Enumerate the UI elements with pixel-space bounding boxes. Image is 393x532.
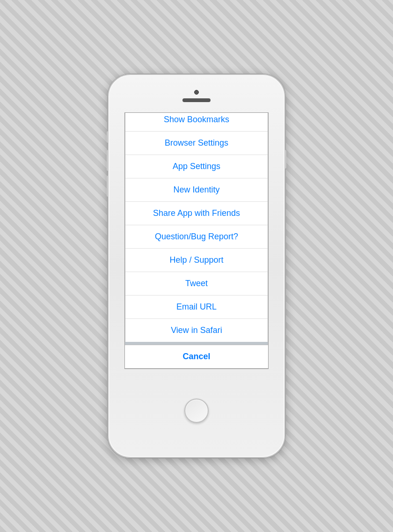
- phone-body: 15:00 100% hrs. 54 mins and choose Two-D…: [108, 74, 285, 458]
- menu-item-browser-settings[interactable]: Browser Settings: [125, 132, 268, 155]
- phone-bottom: [184, 369, 209, 457]
- cancel-button[interactable]: Cancel: [125, 345, 268, 368]
- menu-item-bug-report[interactable]: Question/Bug Report?: [125, 225, 268, 249]
- menu-item-view-safari[interactable]: View in Safari: [125, 319, 268, 342]
- volume-down-button[interactable]: [107, 176, 109, 197]
- volume-up-button[interactable]: [107, 150, 109, 171]
- action-sheet-menu: Bookmark Current Page Show Bookmarks Bro…: [125, 112, 268, 342]
- mute-button[interactable]: [107, 131, 109, 143]
- menu-item-share-app[interactable]: Share App with Friends: [125, 202, 268, 225]
- menu-item-show-bookmarks[interactable]: Show Bookmarks: [125, 112, 268, 132]
- action-sheet-overlay: Bookmark Current Page Show Bookmarks Bro…: [125, 113, 268, 369]
- phone-top: [109, 75, 284, 112]
- power-button[interactable]: [284, 150, 286, 169]
- action-sheet-cancel: Cancel: [125, 345, 268, 369]
- phone-screen: 15:00 100% hrs. 54 mins and choose Two-D…: [124, 112, 269, 369]
- menu-item-help-support[interactable]: Help / Support: [125, 249, 268, 272]
- home-button[interactable]: [184, 399, 209, 423]
- menu-item-email-url[interactable]: Email URL: [125, 296, 268, 319]
- speaker: [182, 98, 211, 102]
- phone-wrapper: 15:00 100% hrs. 54 mins and choose Two-D…: [98, 60, 295, 472]
- action-sheet: Bookmark Current Page Show Bookmarks Bro…: [125, 112, 268, 369]
- menu-item-tweet[interactable]: Tweet: [125, 272, 268, 296]
- menu-item-new-identity[interactable]: New Identity: [125, 178, 268, 202]
- camera: [194, 90, 199, 95]
- menu-item-app-settings[interactable]: App Settings: [125, 155, 268, 178]
